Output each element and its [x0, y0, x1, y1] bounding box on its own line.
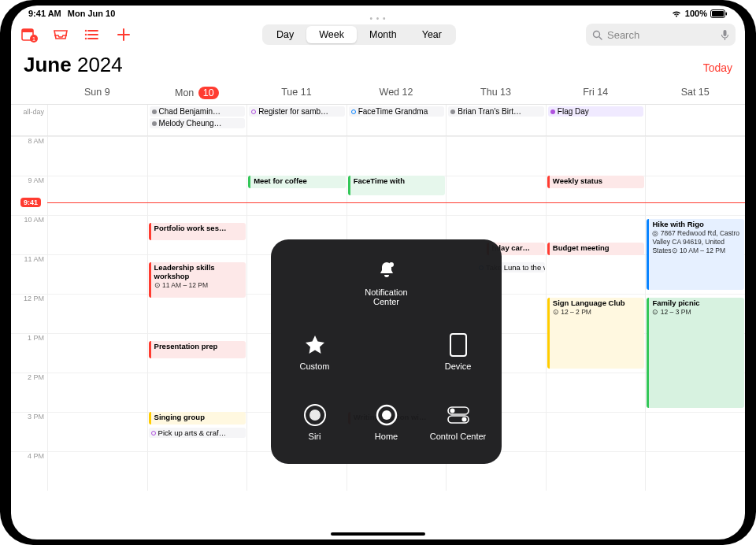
day-header: Sun 9 Mon 10 Tue 11 Wed 12 Thu 13 Fri 14…: [11, 82, 745, 105]
event[interactable]: Pick up arts & craf…: [149, 428, 246, 438]
bell-icon: [373, 258, 400, 284]
ipad-frame: • • • 9:41 AM Mon Jun 10 100% 1: [0, 0, 756, 545]
calendar-badge-icon[interactable]: 1: [20, 26, 38, 43]
allday-row: all-day Chad Benjamin… Melody Cheung… Re…: [11, 105, 745, 136]
add-icon[interactable]: [115, 26, 132, 43]
at-device[interactable]: Device: [427, 332, 490, 371]
search-placeholder: Search: [607, 29, 639, 41]
month-title: June 2024: [24, 53, 123, 77]
device-icon: [445, 332, 472, 358]
tab-month[interactable]: Month: [357, 26, 410, 43]
day-mon[interactable]: Mon 10: [147, 82, 247, 104]
event[interactable]: Budget meeting: [547, 243, 645, 255]
star-icon: [302, 332, 328, 358]
day-wed[interactable]: Wed 12: [346, 82, 447, 104]
svg-point-8: [85, 34, 87, 35]
now-indicator: [47, 202, 745, 203]
status-time: 9:41 AM: [28, 9, 61, 18]
home-icon: [373, 402, 400, 428]
allday-label: all-day: [11, 105, 47, 135]
svg-rect-11: [723, 30, 726, 36]
svg-point-15: [309, 410, 321, 421]
at-custom[interactable]: Custom: [284, 332, 346, 371]
day-sun[interactable]: Sun 9: [47, 82, 147, 104]
mic-icon[interactable]: [721, 29, 729, 41]
title-bar: June 2024 Today: [11, 48, 745, 82]
toolbar: 1 Day Week Month Year Search: [11, 21, 745, 48]
battery-icon: [710, 9, 728, 18]
allday-event[interactable]: Register for samb…: [249, 106, 345, 117]
allday-event[interactable]: Flag Day: [548, 106, 644, 117]
at-home[interactable]: Home: [355, 402, 418, 441]
event[interactable]: Family picnic⊙ 12 – 3 PM: [647, 298, 744, 408]
battery-text: 100%: [685, 9, 707, 18]
inbox-icon[interactable]: [52, 26, 69, 43]
search-field[interactable]: Search: [586, 24, 736, 46]
event[interactable]: Presentation prep: [149, 341, 246, 358]
event[interactable]: Portfolio work ses…: [149, 223, 246, 240]
event[interactable]: Weekly status: [547, 176, 645, 188]
svg-point-21: [461, 417, 466, 421]
assistive-touch-menu[interactable]: Notification Center Custom Device Siri: [271, 239, 502, 464]
siri-icon: [302, 402, 328, 428]
now-time: 9:41: [20, 198, 41, 207]
search-icon: [592, 30, 602, 40]
event[interactable]: Meet for coffee: [248, 176, 346, 188]
svg-rect-4: [22, 29, 33, 32]
allday-event[interactable]: FaceTime Grandma: [349, 106, 445, 117]
tab-day[interactable]: Day: [264, 26, 306, 43]
day-fri[interactable]: Fri 14: [546, 82, 646, 104]
day-sat[interactable]: Sat 15: [645, 82, 745, 104]
svg-point-12: [389, 262, 394, 267]
event[interactable]: Sign Language Club⊙ 12 – 2 PM: [547, 298, 645, 369]
allday-event[interactable]: Chad Benjamin…: [150, 106, 246, 117]
at-siri[interactable]: Siri: [284, 402, 346, 441]
tab-week[interactable]: Week: [306, 26, 357, 43]
view-segment: Day Week Month Year: [262, 24, 456, 45]
svg-point-19: [450, 408, 454, 413]
allday-event[interactable]: Brian Tran's Birt…: [448, 106, 544, 117]
tab-year[interactable]: Year: [410, 26, 454, 43]
hour-labels: 8 AM 9 AM 10 AM 11 AM 12 PM 1 PM 2 PM 3 …: [11, 136, 47, 491]
svg-rect-13: [450, 334, 466, 356]
svg-point-10: [593, 31, 599, 37]
svg-point-9: [85, 38, 87, 39]
wifi-icon: [671, 9, 682, 18]
at-control-center[interactable]: Control Center: [427, 402, 490, 441]
list-icon[interactable]: [83, 26, 101, 43]
event[interactable]: Hike with Rigo◎ 7867 Redwood Rd, Castro …: [647, 219, 744, 290]
event[interactable]: Leadership skills workshop⊙ 11 AM – 12 P…: [149, 262, 246, 298]
home-indicator[interactable]: [331, 532, 425, 536]
svg-point-17: [382, 410, 391, 420]
svg-rect-1: [712, 11, 724, 17]
svg-text:1: 1: [32, 36, 35, 42]
at-notification-center[interactable]: Notification Center: [355, 258, 418, 306]
screen: • • • 9:41 AM Mon Jun 10 100% 1: [11, 6, 745, 539]
event[interactable]: FaceTime with: [348, 176, 446, 195]
event[interactable]: Singing group: [149, 412, 246, 425]
status-date: Mon Jun 10: [68, 9, 116, 18]
svg-rect-2: [726, 12, 728, 15]
day-tue[interactable]: Tue 11: [246, 82, 346, 104]
allday-event[interactable]: Melody Cheung…: [150, 118, 246, 128]
day-thu[interactable]: Thu 13: [446, 82, 546, 104]
svg-point-7: [85, 30, 87, 32]
multitask-handle[interactable]: • • •: [369, 14, 386, 23]
today-button[interactable]: Today: [703, 61, 732, 74]
toggles-icon: [445, 402, 472, 428]
